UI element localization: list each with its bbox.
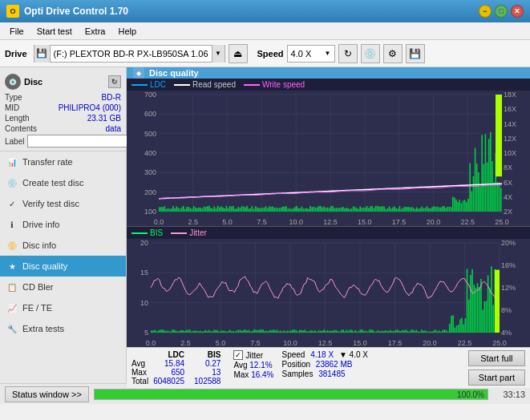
transfer-rate-icon: 📊 <box>6 156 18 168</box>
chart-title: Disc quality <box>149 68 199 78</box>
progress-text: 100.0% <box>457 390 484 398</box>
status-time: 33:13 <box>493 390 525 399</box>
app-icon: O <box>6 5 19 18</box>
speed-value: 4.0 X ▼ <box>287 45 335 63</box>
main-content: 💿 Disc ↻ Type BD-R MID PHILIPRO4 (000) L… <box>0 67 530 383</box>
speed-val-text: 4.0 X <box>291 49 312 59</box>
start-buttons: Start full Start part <box>468 350 525 386</box>
menu-extra[interactable]: Extra <box>79 25 112 38</box>
type-label: Type <box>5 93 22 102</box>
close-button[interactable]: ✕ <box>511 5 524 18</box>
label-label: Label <box>5 137 24 146</box>
disc-icon: 💿 <box>5 74 21 90</box>
menu-bar: File Start test Extra Help <box>0 22 530 40</box>
progress-fill <box>95 390 488 399</box>
read-speed-legend: Read speed <box>192 80 236 89</box>
sidebar-item-drive-info[interactable]: ℹ Drive info <box>0 214 126 235</box>
toolbar: Drive 💾 (F:) PLEXTOR BD-R PX-LB950SA 1.0… <box>0 40 530 67</box>
bis-header: BIS <box>189 350 225 359</box>
settings-button[interactable]: ⚙ <box>383 44 403 63</box>
contents-label: Contents <box>5 124 37 133</box>
type-val: BD-R <box>102 93 121 102</box>
create-test-disc-icon: 💿 <box>6 177 18 188</box>
speed-arrow[interactable]: ▼ <box>325 50 331 57</box>
sidebar-item-create-test-disc[interactable]: 💿 Create test disc <box>0 172 126 193</box>
maximize-button[interactable]: □ <box>495 5 508 18</box>
bis-total: 102588 <box>189 377 225 386</box>
mid-val: PHILIPRO4 (000) <box>59 103 121 112</box>
cd-bler-icon: 📋 <box>6 281 18 293</box>
drive-info-icon: ℹ <box>6 219 18 230</box>
jitter-section: ✓ Jitter Avg 12.1% Max 16.4% <box>233 350 273 379</box>
sidebar-item-verify-test-disc[interactable]: ✓ Verify test disc <box>0 193 126 214</box>
label-input[interactable] <box>27 135 134 147</box>
sidebar-item-cd-bler[interactable]: 📋 CD Bler <box>0 277 126 297</box>
avg-label: Avg <box>131 359 148 368</box>
main-panel: ◆ Disc quality LDC Read speed Write spee… <box>127 67 530 383</box>
upper-chart-canvas <box>127 91 530 226</box>
sidebar-item-disc-info-label: Disc info <box>22 240 56 250</box>
speed-stat-val: 4.18 X <box>310 350 334 359</box>
refresh-button[interactable]: ↻ <box>338 44 358 63</box>
ldc-max: 650 <box>148 368 189 377</box>
bis-max: 13 <box>189 368 225 377</box>
eject-button[interactable]: ⏏ <box>229 44 248 63</box>
disc-info-icon: 📀 <box>6 240 18 251</box>
progress-bar: 100.0% <box>94 389 488 400</box>
speed-select-display[interactable]: ▼ 4.0 X <box>339 350 368 359</box>
total-label: Total <box>131 377 148 386</box>
sidebar-item-disc-info[interactable]: 📀 Disc info <box>0 235 126 256</box>
drive-icon: 💾 <box>34 45 51 63</box>
speed-stat-label: Speed <box>281 350 305 359</box>
sidebar-item-cd-bler-label: CD Bler <box>22 282 54 292</box>
jitter-legend: Jitter <box>189 228 207 237</box>
drive-label: Drive <box>5 49 27 59</box>
disc-panel: 💿 Disc ↻ Type BD-R MID PHILIPRO4 (000) L… <box>0 71 126 151</box>
sidebar-item-extra-tests[interactable]: 🔧 Extra tests <box>0 318 126 339</box>
fe-te-icon: 📈 <box>6 302 18 313</box>
lower-chart: BIS Jitter <box>127 227 530 347</box>
start-part-button[interactable]: Start part <box>468 370 525 386</box>
sidebar-item-drive-info-label: Drive info <box>22 220 59 229</box>
sidebar-item-fe-te-label: FE / TE <box>22 303 52 313</box>
disc-quality-icon: ★ <box>6 260 18 272</box>
write-speed-legend: Write speed <box>262 80 305 89</box>
sidebar: 💿 Disc ↻ Type BD-R MID PHILIPRO4 (000) L… <box>0 67 127 383</box>
ldc-total: 6048025 <box>148 377 189 386</box>
save-button[interactable]: 💾 <box>406 44 425 63</box>
menu-start-test[interactable]: Start test <box>30 25 79 38</box>
bis-legend: BIS <box>150 228 163 237</box>
menu-file[interactable]: File <box>3 25 30 38</box>
ldc-header: LDC <box>148 350 189 359</box>
disc-title: Disc <box>24 77 42 87</box>
speed-position-section: Speed 4.18 X ▼ 4.0 X Position 23862 MB S… <box>281 350 367 378</box>
minimize-button[interactable]: − <box>479 5 492 18</box>
sidebar-item-transfer-rate[interactable]: 📊 Transfer rate <box>0 151 126 172</box>
position-label: Position <box>281 360 310 369</box>
bis-avg: 0.27 <box>189 359 225 368</box>
sidebar-item-create-test-disc-label: Create test disc <box>22 178 83 188</box>
length-val: 23.31 GB <box>87 114 121 123</box>
speed-label: Speed <box>257 49 284 59</box>
length-label: Length <box>5 114 30 123</box>
app-title: Opti Drive Control 1.70 <box>24 6 128 17</box>
start-full-button[interactable]: Start full <box>468 350 525 366</box>
ldc-avg: 15.84 <box>148 359 189 368</box>
mid-label: MID <box>5 103 19 112</box>
sidebar-item-fe-te[interactable]: 📈 FE / TE <box>0 297 126 318</box>
chart-header: ◆ Disc quality <box>127 67 530 79</box>
title-bar: O Opti Drive Control 1.70 − □ ✕ <box>0 0 530 22</box>
jitter-checkbox[interactable]: ✓ <box>233 350 243 360</box>
sidebar-item-disc-quality-label: Disc quality <box>22 261 67 271</box>
menu-help[interactable]: Help <box>111 25 143 38</box>
disc-button[interactable]: 💿 <box>361 44 380 63</box>
drive-dropdown-arrow[interactable]: ▼ <box>212 45 225 63</box>
sidebar-item-disc-quality[interactable]: ★ Disc quality <box>0 256 126 277</box>
jitter-max-label: Max <box>233 370 249 379</box>
sidebar-item-transfer-rate-label: Transfer rate <box>22 157 73 167</box>
jitter-max-val: 16.4% <box>251 370 273 379</box>
verify-test-disc-icon: ✓ <box>6 198 18 209</box>
disc-refresh-button[interactable]: ↻ <box>108 75 121 88</box>
status-window-button[interactable]: Status window >> <box>5 386 89 402</box>
samples-val: 381485 <box>318 370 345 378</box>
